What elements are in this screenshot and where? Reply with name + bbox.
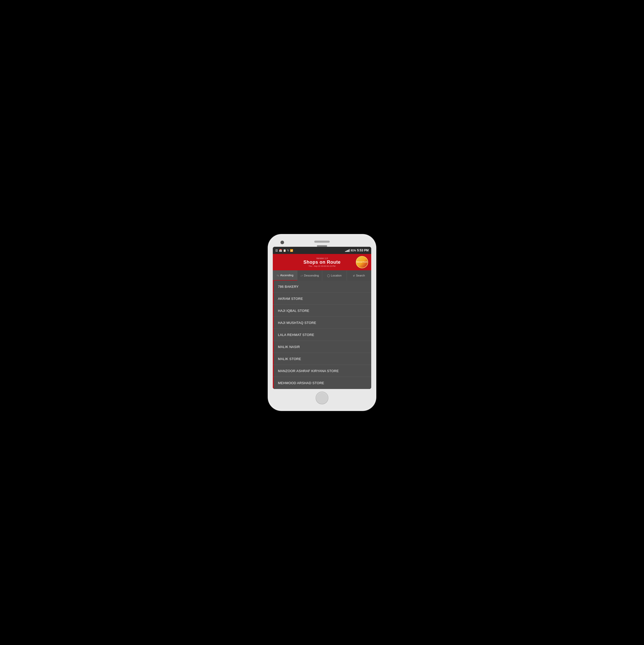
shop-item[interactable]: MANZOOR ASHRAF KIRYANA STORE [273, 365, 371, 377]
status-icon-img: 🖼 [275, 249, 278, 252]
tab-descending[interactable]: ↓↑ Descending [297, 270, 322, 281]
national-foods-logo: National Foods [356, 256, 368, 268]
header-subtitle: Thu - Sep 22 00:00:00 23 PM [288, 265, 356, 267]
shop-item[interactable]: LALA REHMAT STORE [273, 329, 371, 341]
tab-location-label: Location [331, 274, 342, 277]
header-title: Shops on Route [288, 260, 356, 265]
screen: 🖼 📅 📋 N 📶 81% 5:53 PM [273, 247, 371, 389]
shop-item[interactable]: AKRAM STORE [273, 293, 371, 305]
status-icon-cal: 📅 [279, 249, 282, 252]
shop-name: LALA REHMAT STORE [277, 333, 314, 337]
shop-name: MANZOOR ASHRAF KIRYANA STORE [277, 369, 339, 373]
tab-descending-label: Descending [304, 274, 319, 277]
header-center: Version 1.0 Shops on Route Thu - Sep 22 … [288, 257, 356, 267]
descending-icon: ↓↑ [301, 274, 303, 277]
status-bar: 🖼 📅 📋 N 📶 81% 5:53 PM [273, 247, 371, 254]
header-version: Version 1.0 [288, 257, 356, 260]
search-icon: ☌ [353, 274, 355, 277]
top-speaker [314, 241, 330, 243]
phone-bottom [273, 392, 371, 404]
tab-ascending-label: Ascending [280, 274, 293, 277]
ascending-icon: ↑↓ [277, 274, 279, 277]
shop-name: MALIK NASIR [277, 345, 300, 349]
status-icon-wifi: 📶 [290, 249, 293, 252]
bar-1 [345, 251, 346, 252]
bar-2 [346, 251, 347, 252]
status-icon-nfc: N [287, 249, 289, 252]
shop-item[interactable]: 786 BAKERY [273, 281, 371, 293]
home-button[interactable] [316, 392, 328, 404]
shop-item[interactable]: MALIK STORE [273, 353, 371, 365]
phone-frame: 🖼 📅 📋 N 📶 81% 5:53 PM [268, 234, 376, 411]
tab-location[interactable]: ◯ Location [322, 270, 347, 281]
bar-5 [349, 249, 350, 252]
phone-top [273, 241, 371, 243]
status-time: 5:53 PM [357, 249, 369, 252]
status-left-icons: 🖼 📅 📋 N 📶 [275, 249, 293, 252]
tab-ascending[interactable]: ↑↓ Ascending [273, 270, 297, 281]
shop-name: HAJI IQBAL STORE [277, 309, 309, 312]
shop-name: MALIK STORE [277, 357, 301, 361]
camera-icon [281, 241, 284, 244]
filter-tabs: ↑↓ Ascending ↓↑ Descending ◯ Location ☌ … [273, 270, 371, 281]
shop-list: 786 BAKERY AKRAM STORE HAJI IQBAL STORE … [273, 281, 371, 389]
shop-name: HAJI MUSHTAQ STORE [277, 321, 316, 325]
shop-item[interactable]: MEHMOOD ARSHAD STORE [273, 377, 371, 389]
location-icon: ◯ [327, 274, 330, 277]
battery-indicator: 81% [351, 249, 356, 252]
bar-4 [348, 250, 349, 252]
shop-item[interactable]: MALIK NASIR [273, 341, 371, 353]
app-header: Version 1.0 Shops on Route Thu - Sep 22 … [273, 254, 371, 270]
status-right-info: 81% 5:53 PM [345, 249, 369, 252]
tab-search[interactable]: ☌ Search [347, 270, 371, 281]
shop-item[interactable]: HAJI IQBAL STORE [273, 305, 371, 317]
tab-search-label: Search [356, 274, 365, 277]
bar-3 [347, 250, 348, 252]
signal-bars [345, 249, 350, 252]
shop-item[interactable]: HAJI MUSHTAQ STORE [273, 317, 371, 329]
status-icon-phone: 📋 [283, 249, 286, 252]
shop-name: MEHMOOD ARSHAD STORE [277, 381, 324, 385]
shop-name: 786 BAKERY [277, 285, 299, 288]
shop-name: AKRAM STORE [277, 297, 303, 300]
